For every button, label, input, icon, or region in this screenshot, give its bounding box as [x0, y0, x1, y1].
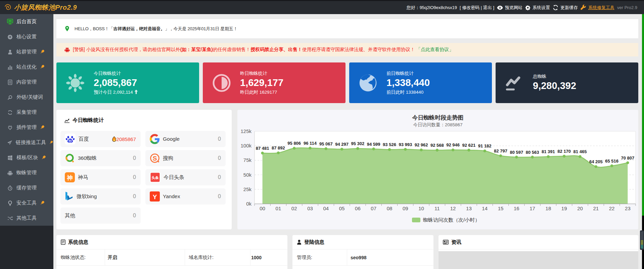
svg-text:92 568: 92 568 [430, 143, 444, 148]
svg-text:91 182: 91 182 [478, 143, 492, 148]
svg-text:94 599: 94 599 [367, 142, 380, 147]
svg-text:75k: 75k [243, 157, 252, 163]
svg-text:04: 04 [323, 206, 329, 211]
svg-text:07: 07 [371, 206, 376, 211]
svg-text:23: 23 [625, 206, 631, 211]
svg-text:du: du [68, 139, 72, 142]
svg-text:82 170: 82 170 [557, 149, 571, 154]
svg-text:神: 神 [67, 175, 73, 181]
svg-text:00: 00 [260, 206, 265, 211]
svg-text:95 806: 95 806 [287, 141, 301, 146]
svg-text:06: 06 [355, 206, 361, 211]
svg-text:0k: 0k [246, 201, 251, 207]
svg-text:80 597: 80 597 [510, 150, 523, 155]
svg-text:70 807: 70 807 [621, 155, 635, 161]
svg-text:S: S [153, 155, 157, 162]
svg-text:17: 17 [530, 206, 535, 211]
svg-text:01: 01 [276, 206, 281, 211]
svg-text:95 302: 95 302 [351, 141, 365, 146]
svg-text:19: 19 [561, 206, 567, 211]
svg-text:125k: 125k [240, 128, 251, 134]
svg-text:12: 12 [450, 206, 456, 211]
svg-text:50k: 50k [243, 172, 252, 178]
svg-text:22: 22 [609, 206, 615, 211]
svg-text:15: 15 [498, 206, 504, 211]
svg-text:18: 18 [546, 206, 551, 211]
svg-text:81 465: 81 465 [573, 149, 587, 154]
svg-text:95 067: 95 067 [319, 141, 333, 146]
svg-text:81 391: 81 391 [542, 149, 555, 154]
svg-text:25k: 25k [243, 186, 252, 192]
svg-text:05: 05 [339, 206, 345, 211]
svg-text:93 993: 93 993 [399, 142, 412, 147]
svg-text:87 481: 87 481 [256, 146, 269, 151]
svg-text:64 205: 64 205 [589, 159, 603, 164]
svg-text:96 114: 96 114 [304, 141, 317, 146]
svg-text:08: 08 [387, 206, 393, 211]
svg-text:93 526: 93 526 [383, 142, 396, 147]
svg-text:03: 03 [307, 206, 313, 211]
svg-text:13: 13 [466, 206, 472, 211]
svg-text:09: 09 [403, 206, 408, 211]
svg-text:02: 02 [291, 206, 297, 211]
svg-text:Y: Y [153, 193, 157, 200]
svg-text:20: 20 [577, 206, 583, 211]
svg-text:蜘蛛访问次数（次/小时）: 蜘蛛访问次数（次/小时） [423, 217, 480, 223]
svg-text:头条: 头条 [152, 176, 159, 180]
svg-text:21: 21 [593, 206, 599, 211]
svg-text:14: 14 [482, 206, 488, 211]
svg-text:94 297: 94 297 [335, 142, 349, 147]
svg-text:16: 16 [514, 206, 519, 211]
svg-text:65 516: 65 516 [605, 159, 618, 164]
svg-text:92 962: 92 962 [415, 142, 428, 147]
svg-text:82 797: 82 797 [494, 148, 507, 153]
svg-text:100k: 100k [240, 143, 251, 148]
svg-text:92 621: 92 621 [462, 143, 476, 148]
svg-text:11: 11 [434, 206, 440, 211]
svg-text:10: 10 [418, 206, 424, 211]
svg-text:92 946: 92 946 [446, 142, 460, 147]
svg-text:87 892: 87 892 [272, 145, 285, 150]
svg-text:80 563: 80 563 [526, 150, 539, 155]
